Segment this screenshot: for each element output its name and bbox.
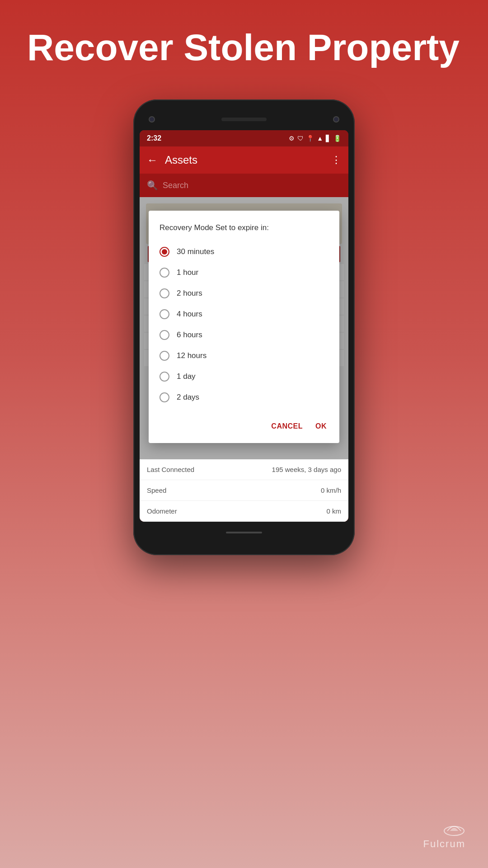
home-bar xyxy=(226,532,262,533)
radio-option-1day[interactable]: 1 day xyxy=(160,366,328,387)
radio-circle-12hr xyxy=(160,351,169,361)
radio-label-12hr: 12 hours xyxy=(177,351,206,360)
page-title: Recover Stolen Property xyxy=(0,0,488,86)
phone-top xyxy=(140,108,348,130)
data-row-value-1: 0 km/h xyxy=(321,486,341,494)
fulcrum-text: Fulcrum xyxy=(423,838,465,850)
data-row-label-1: Speed xyxy=(147,486,166,494)
data-row-label-0: Last Connected xyxy=(147,466,194,473)
radio-label-2hr: 2 hours xyxy=(177,289,202,298)
data-row-label-2: Odometer xyxy=(147,507,177,515)
phone-bottom xyxy=(140,524,348,542)
fulcrum-logo-icon xyxy=(443,818,465,836)
ok-button[interactable]: OK xyxy=(314,419,328,434)
data-row-0: Last Connected195 weeks, 3 days ago xyxy=(140,459,348,480)
radio-option-6hr[interactable]: 6 hours xyxy=(160,325,328,345)
dialog-actions: CANCEL OK xyxy=(160,415,328,434)
speaker-bar xyxy=(221,118,267,121)
shield-icon: 🛡 xyxy=(297,135,304,142)
phone-screen: 2:32 ⚙ 🛡 📍 ▲ ▋ 🔋 ← Assets ⋮ 🔍 Sear xyxy=(140,130,348,522)
radio-circle-4hr xyxy=(160,309,169,319)
wifi-icon: ▲ xyxy=(317,135,323,142)
status-bar: 2:32 ⚙ 🛡 📍 ▲ ▋ 🔋 xyxy=(140,130,348,146)
radio-label-4hr: 4 hours xyxy=(177,310,202,319)
search-icon: 🔍 xyxy=(147,180,158,191)
radio-option-2day[interactable]: 2 days xyxy=(160,387,328,408)
signal-icon: ▋ xyxy=(326,135,331,142)
phone-body: 2:32 ⚙ 🛡 📍 ▲ ▋ 🔋 ← Assets ⋮ 🔍 Sear xyxy=(133,99,355,555)
radio-option-1hr[interactable]: 1 hour xyxy=(160,262,328,283)
back-button[interactable]: ← xyxy=(147,154,158,166)
radio-label-1hr: 1 hour xyxy=(177,268,198,277)
radio-circle-1day xyxy=(160,372,169,382)
radio-options-list: 30 minutes1 hour2 hours4 hours6 hours12 … xyxy=(160,241,328,408)
data-rows: Last Connected195 weeks, 3 days agoSpeed… xyxy=(140,459,348,522)
status-time: 2:32 xyxy=(147,134,161,142)
cancel-button[interactable]: CANCEL xyxy=(269,419,305,434)
settings-icon: ⚙ xyxy=(289,135,295,142)
data-row-value-0: 195 weeks, 3 days ago xyxy=(272,466,341,473)
radio-option-4hr[interactable]: 4 hours xyxy=(160,304,328,325)
data-row-1: Speed0 km/h xyxy=(140,480,348,501)
fulcrum-branding: Fulcrum xyxy=(423,818,465,850)
radio-option-2hr[interactable]: 2 hours xyxy=(160,283,328,304)
location-icon: 📍 xyxy=(306,135,314,142)
camera-left xyxy=(149,116,155,123)
search-bar: 🔍 Search xyxy=(140,174,348,197)
dialog-title: Recovery Mode Set to expire in: xyxy=(160,223,328,232)
app-bar: ← Assets ⋮ xyxy=(140,146,348,174)
data-row-value-2: 0 km xyxy=(326,507,341,515)
status-icons: ⚙ 🛡 📍 ▲ ▋ 🔋 xyxy=(289,135,341,142)
content-area: 📍 A ▶ Ba Ba Y Ce xyxy=(140,197,348,459)
radio-option-30min[interactable]: 30 minutes xyxy=(160,241,328,262)
radio-label-30min: 30 minutes xyxy=(177,247,214,256)
radio-circle-2hr xyxy=(160,288,169,298)
data-row-2: Odometer0 km xyxy=(140,501,348,522)
recovery-mode-dialog: Recovery Mode Set to expire in: 30 minut… xyxy=(149,211,339,443)
radio-circle-2day xyxy=(160,392,169,402)
radio-label-1day: 1 day xyxy=(177,372,196,381)
more-options-button[interactable]: ⋮ xyxy=(331,154,341,166)
radio-circle-6hr xyxy=(160,330,169,340)
radio-option-12hr[interactable]: 12 hours xyxy=(160,345,328,366)
phone-mockup: 2:32 ⚙ 🛡 📍 ▲ ▋ 🔋 ← Assets ⋮ 🔍 Sear xyxy=(0,99,488,555)
radio-label-6hr: 6 hours xyxy=(177,330,202,340)
radio-circle-30min xyxy=(160,247,169,257)
search-input[interactable]: Search xyxy=(163,181,188,190)
camera-right xyxy=(333,116,339,123)
app-bar-title: Assets xyxy=(165,154,331,166)
battery-icon: 🔋 xyxy=(333,135,341,142)
radio-circle-1hr xyxy=(160,268,169,278)
radio-label-2day: 2 days xyxy=(177,393,199,402)
